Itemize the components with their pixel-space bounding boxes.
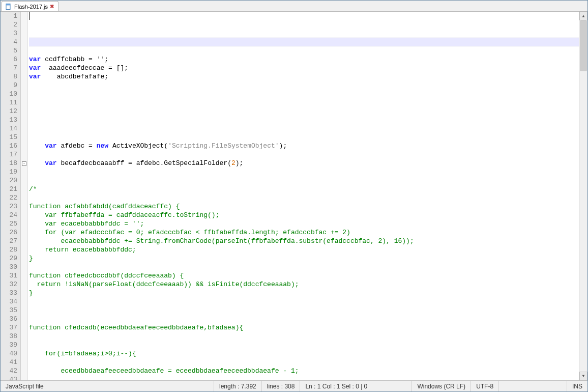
line-number: 32 (1, 280, 17, 289)
code-line[interactable]: } (29, 254, 579, 263)
fold-gutter-cell (21, 107, 27, 116)
code-line[interactable] (29, 375, 579, 380)
close-tab-icon[interactable]: ✖ (50, 4, 55, 9)
status-encoding[interactable]: UTF-8 (471, 381, 499, 391)
code-line[interactable]: var aaadeecfdeccae = []; (29, 64, 579, 72)
code-line[interactable] (29, 116, 579, 124)
fold-gutter-cell (21, 72, 27, 81)
code-line[interactable] (29, 315, 579, 323)
line-number: 26 (1, 228, 17, 237)
code-line[interactable]: function acfabbfabdd(cadfddaceacffc) { (29, 202, 579, 211)
code-line[interactable] (29, 124, 579, 133)
code-line[interactable]: } (29, 289, 579, 297)
line-number: 33 (1, 289, 17, 297)
fold-gutter-cell (21, 12, 27, 20)
code-line[interactable]: var abcdbefafafe; (29, 72, 579, 81)
code-line[interactable] (29, 133, 579, 142)
fold-gutter-cell (21, 116, 27, 124)
code-line[interactable] (29, 263, 579, 271)
fold-gutter-cell (21, 20, 27, 29)
fold-gutter-cell (21, 245, 27, 254)
fold-gutter-cell (21, 150, 27, 159)
fold-gutter: - (21, 12, 28, 380)
code-line[interactable] (29, 341, 579, 349)
fold-gutter-cell: - (21, 159, 27, 167)
line-number: 18 (1, 159, 17, 167)
text-caret (29, 12, 30, 20)
line-number: 6 (1, 55, 17, 64)
code-line[interactable]: return ecacebbabbbfddc; (29, 245, 579, 254)
code-line[interactable]: var afdebc = new ActiveXObject('Scriptin… (29, 142, 579, 150)
line-number: 11 (1, 98, 17, 107)
tab-bar: Flash-2017.js ✖ (1, 1, 587, 12)
fold-gutter-cell (21, 98, 27, 107)
code-line[interactable]: var becafdecbcaaabff = afdebc.GetSpecial… (29, 159, 579, 167)
line-number: 21 (1, 185, 17, 193)
fold-gutter-cell (21, 349, 27, 358)
fold-gutter-cell (21, 185, 27, 193)
scroll-down-arrow-icon[interactable]: ▼ (579, 372, 587, 380)
code-line[interactable] (29, 167, 579, 176)
code-line[interactable] (29, 193, 579, 202)
code-line[interactable] (29, 90, 579, 98)
code-line[interactable] (29, 176, 579, 185)
fold-gutter-cell (21, 176, 27, 185)
code-line[interactable] (29, 98, 579, 107)
line-number: 7 (1, 64, 17, 72)
code-line[interactable]: for(i=bfadaea;i>0;i--){ (29, 349, 579, 358)
code-line[interactable] (29, 107, 579, 116)
line-number: 14 (1, 124, 17, 133)
fold-gutter-cell (21, 219, 27, 228)
line-number: 13 (1, 116, 17, 124)
code-line[interactable]: for (var efadcccbfac = 0; efadcccbfac < … (29, 228, 579, 237)
file-tab-label: Flash-2017.js (14, 4, 48, 10)
code-area[interactable]: var ccdffcbabb = '';var aaadeecfdeccae =… (28, 12, 579, 380)
code-line[interactable]: var ffbfabeffda = cadfddaceacffc.toStrin… (29, 211, 579, 219)
vertical-scrollbar[interactable]: ▲ ▼ (579, 12, 587, 380)
scrollbar-thumb[interactable] (580, 20, 587, 71)
line-number: 3 (1, 29, 17, 38)
fold-gutter-cell (21, 323, 27, 332)
fold-toggle-icon[interactable]: - (22, 161, 26, 166)
line-number: 38 (1, 332, 17, 341)
status-insert-mode[interactable]: INS (567, 381, 587, 391)
scroll-up-arrow-icon[interactable]: ▲ (579, 12, 587, 20)
code-line[interactable]: /* (29, 185, 579, 193)
fold-gutter-cell (21, 64, 27, 72)
line-number: 22 (1, 193, 17, 202)
code-line[interactable] (29, 358, 579, 367)
code-line[interactable] (29, 38, 579, 46)
fold-gutter-cell (21, 193, 27, 202)
file-icon (5, 3, 12, 10)
fold-gutter-cell (21, 167, 27, 176)
fold-gutter-cell (21, 55, 27, 64)
code-line[interactable] (29, 332, 579, 341)
status-lines: lines : 308 (262, 381, 301, 391)
fold-gutter-cell (21, 358, 27, 367)
file-tab[interactable]: Flash-2017.js ✖ (2, 1, 58, 11)
code-line[interactable] (29, 306, 579, 315)
code-line[interactable]: var ecacebbabbbfddc = ''; (29, 219, 579, 228)
fold-gutter-cell (21, 202, 27, 211)
code-line[interactable] (29, 297, 579, 306)
fold-gutter-cell (21, 124, 27, 133)
line-number: 29 (1, 254, 17, 263)
line-number: 40 (1, 349, 17, 358)
code-line[interactable] (29, 150, 579, 159)
code-line[interactable] (29, 46, 579, 55)
code-line[interactable]: ecacebbabbbfddc += String.fromCharCode(p… (29, 237, 579, 245)
line-number: 39 (1, 341, 17, 349)
line-number: 31 (1, 271, 17, 280)
code-line[interactable]: function cbfeedcbccdbbf(ddccfceeaaab) { (29, 271, 579, 280)
fold-gutter-cell (21, 341, 27, 349)
fold-gutter-cell (21, 375, 27, 380)
code-line[interactable]: var ccdffcbabb = ''; (29, 55, 579, 64)
code-line[interactable]: function cfedcadb(eceedbbdaeafeeceedbbda… (29, 323, 579, 332)
line-number: 16 (1, 142, 17, 150)
status-eol[interactable]: Windows (CR LF) (412, 381, 471, 391)
code-line[interactable]: return !isNaN(parseFloat(ddccfceeaaab)) … (29, 280, 579, 289)
scrollbar-track[interactable] (579, 20, 587, 372)
code-line[interactable]: eceedbbdaeafeeceedbbdaeafe = eceedbbdaea… (29, 367, 579, 375)
code-line[interactable] (29, 81, 579, 90)
line-number: 34 (1, 297, 17, 306)
